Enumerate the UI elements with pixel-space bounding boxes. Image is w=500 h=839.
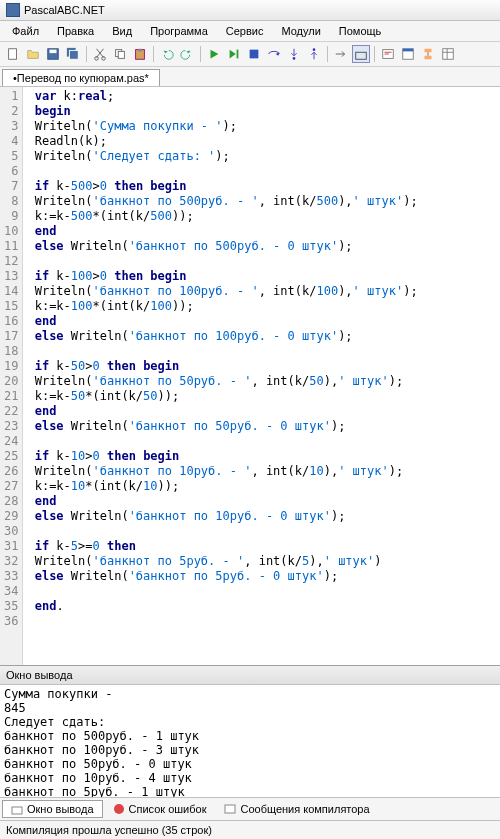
svg-rect-11 [237, 50, 239, 59]
tab-output-label: Окно вывода [27, 803, 94, 815]
error-tab-icon [113, 803, 125, 815]
tab-errors-label: Список ошибок [129, 803, 207, 815]
svg-rect-4 [70, 51, 79, 60]
svg-point-13 [293, 57, 296, 60]
arrow-icon[interactable] [332, 45, 350, 63]
output-tab-icon [11, 803, 23, 815]
separator [327, 46, 328, 62]
svg-rect-20 [425, 56, 432, 60]
output-panel-icon[interactable] [352, 45, 370, 63]
status-bar: Компиляция прошла успешно (35 строк) [0, 820, 500, 839]
menu-edit[interactable]: Правка [49, 23, 102, 39]
status-text: Компиляция прошла успешно (35 строк) [6, 824, 212, 836]
svg-rect-22 [12, 807, 22, 814]
stop-icon[interactable] [245, 45, 263, 63]
separator [153, 46, 154, 62]
code-area[interactable]: var k:real; begin Writeln('Сумма покупки… [23, 87, 500, 665]
run-icon[interactable] [205, 45, 223, 63]
file-tab[interactable]: •Перевод по купюрам.pas* [2, 69, 160, 86]
compiler-tab-icon [224, 803, 236, 815]
separator [200, 46, 201, 62]
output-panel-title: Окно вывода [0, 665, 500, 685]
copy-icon[interactable] [111, 45, 129, 63]
separator [86, 46, 87, 62]
svg-rect-8 [118, 51, 124, 58]
undo-icon[interactable] [158, 45, 176, 63]
svg-rect-18 [403, 49, 414, 52]
step-over-icon[interactable] [265, 45, 283, 63]
menu-file[interactable]: Файл [4, 23, 47, 39]
paste-icon[interactable] [131, 45, 149, 63]
svg-rect-15 [356, 52, 367, 59]
title-bar: PascalABC.NET [0, 0, 500, 21]
svg-rect-2 [50, 50, 57, 54]
tab-compiler[interactable]: Сообщения компилятора [216, 800, 377, 818]
output-panel[interactable]: Сумма покупки - 845 Следует сдать: банкн… [0, 685, 500, 797]
form-designer-icon[interactable] [399, 45, 417, 63]
line-gutter: 1234567891011121314151617181920212223242… [0, 87, 23, 665]
tab-output[interactable]: Окно вывода [2, 800, 103, 818]
save-icon[interactable] [44, 45, 62, 63]
svg-rect-24 [225, 805, 235, 813]
cut-icon[interactable] [91, 45, 109, 63]
svg-point-14 [313, 48, 316, 51]
svg-rect-19 [425, 49, 432, 53]
save-all-icon[interactable] [64, 45, 82, 63]
window-title: PascalABC.NET [24, 4, 105, 16]
step-into-icon[interactable] [285, 45, 303, 63]
properties-icon[interactable] [439, 45, 457, 63]
run-step-icon[interactable] [225, 45, 243, 63]
toolbar [0, 42, 500, 67]
svg-rect-0 [9, 49, 17, 60]
tab-compiler-label: Сообщения компилятора [240, 803, 369, 815]
menu-service[interactable]: Сервис [218, 23, 272, 39]
menu-view[interactable]: Вид [104, 23, 140, 39]
step-out-icon[interactable] [305, 45, 323, 63]
open-file-icon[interactable] [24, 45, 42, 63]
new-file-icon[interactable] [4, 45, 22, 63]
code-editor[interactable]: 1234567891011121314151617181920212223242… [0, 86, 500, 665]
class-view-icon[interactable] [419, 45, 437, 63]
menu-bar: Файл Правка Вид Программа Сервис Модули … [0, 21, 500, 42]
svg-point-23 [114, 804, 124, 814]
svg-rect-12 [250, 50, 259, 59]
bottom-tabs: Окно вывода Список ошибок Сообщения комп… [0, 797, 500, 820]
svg-rect-21 [443, 49, 454, 60]
menu-modules[interactable]: Модули [273, 23, 328, 39]
menu-help[interactable]: Помощь [331, 23, 390, 39]
app-icon [6, 3, 20, 17]
tab-errors[interactable]: Список ошибок [105, 800, 215, 818]
svg-rect-10 [138, 49, 142, 52]
separator [374, 46, 375, 62]
tab-bar: •Перевод по купюрам.pas* [0, 67, 500, 86]
menu-program[interactable]: Программа [142, 23, 216, 39]
intellisense-icon[interactable] [379, 45, 397, 63]
redo-icon[interactable] [178, 45, 196, 63]
